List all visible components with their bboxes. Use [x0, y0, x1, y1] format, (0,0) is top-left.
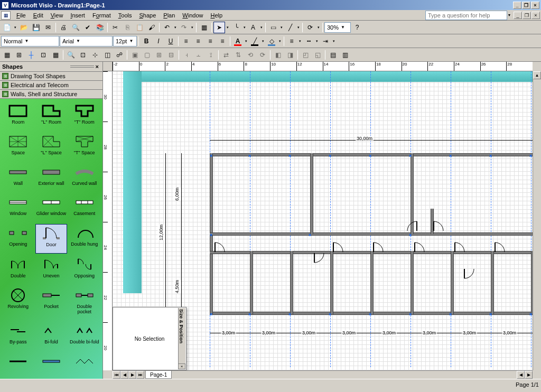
- door-shape[interactable]: [413, 240, 428, 255]
- door-shape[interactable]: [432, 219, 447, 234]
- pan-zoom-button[interactable]: ▦: [1, 49, 13, 61]
- guide-line[interactable]: [491, 71, 491, 367]
- cut-button[interactable]: ✂: [109, 22, 121, 33]
- connection-point[interactable]: ×: [369, 312, 372, 315]
- shape-more2[interactable]: [35, 352, 68, 376]
- style-dropdown[interactable]: Normal▼: [1, 36, 59, 46]
- guide-line[interactable]: [531, 71, 531, 367]
- wall-segment[interactable]: [411, 251, 414, 314]
- group-button[interactable]: ⊞: [153, 49, 165, 61]
- mdi-restore-button[interactable]: ❐: [523, 12, 531, 19]
- research-button[interactable]: 📚: [94, 22, 106, 33]
- connect-button[interactable]: ⟟: [205, 49, 217, 61]
- door-shape[interactable]: [493, 240, 509, 255]
- zoom-dropdown[interactable]: 30%▼: [324, 22, 351, 33]
- format-painter-button[interactable]: 🖌: [146, 22, 157, 33]
- text-dropdown-icon[interactable]: ▾: [259, 25, 264, 30]
- rotate-right-button[interactable]: ⟳: [257, 49, 268, 61]
- vertical-scrollbar[interactable]: ▲ ▼: [533, 71, 541, 370]
- print-preview-button[interactable]: 🔍: [70, 22, 81, 33]
- align-center-button[interactable]: ≡: [192, 35, 204, 47]
- line-ends-arrow[interactable]: ▾: [332, 39, 336, 43]
- ruler-corner[interactable]: [103, 62, 113, 71]
- menu-file[interactable]: File: [13, 11, 30, 20]
- size-position-close-button[interactable]: ×: [178, 363, 185, 369]
- doc-icon[interactable]: ▦: [1, 11, 11, 20]
- undo-button[interactable]: ↶: [161, 22, 173, 33]
- door-shape[interactable]: [213, 240, 229, 255]
- line-tool-button[interactable]: ╱: [284, 22, 296, 33]
- wall-segment[interactable]: [491, 251, 494, 314]
- connection-point[interactable]: ×: [409, 232, 412, 236]
- door-shape[interactable]: [403, 219, 419, 234]
- wall-segment[interactable]: [330, 251, 333, 314]
- guide-line[interactable]: [451, 71, 451, 367]
- menu-shape[interactable]: Shape: [135, 11, 160, 20]
- wall-segment[interactable]: [310, 153, 313, 234]
- shape-casement[interactable]: Casement: [68, 193, 100, 222]
- door-shape[interactable]: [462, 267, 478, 282]
- shape-double-bifold[interactable]: Double bi-fold: [68, 322, 100, 350]
- shape-curved-wall[interactable]: Curved wall: [68, 163, 100, 192]
- open-button[interactable]: 📂: [18, 22, 30, 33]
- shape-double-hung[interactable]: Double hung: [68, 224, 100, 254]
- bold-button[interactable]: B: [141, 35, 152, 47]
- page-next-button[interactable]: ▶: [128, 371, 136, 379]
- wall-segment[interactable]: [451, 251, 454, 314]
- layer-button[interactable]: ▦: [50, 49, 61, 61]
- shape-l-room[interactable]: "L" Room: [35, 102, 68, 130]
- email-button[interactable]: ✉: [42, 22, 54, 33]
- shape-window[interactable]: Window: [2, 193, 34, 222]
- shape-double-pocket[interactable]: Double pocket: [68, 286, 100, 320]
- line-weight-button[interactable]: ≡: [286, 35, 297, 47]
- glue-button[interactable]: ☍: [114, 49, 125, 61]
- shapes-panel-close-button[interactable]: ×: [94, 63, 100, 70]
- close-button[interactable]: ×: [531, 2, 539, 9]
- rotate-dropdown-icon[interactable]: ▾: [316, 25, 321, 30]
- shadow-button[interactable]: ◨: [284, 49, 296, 61]
- menu-tools[interactable]: Tools: [115, 11, 136, 20]
- wall-segment[interactable]: [370, 251, 374, 314]
- vertical-ruler[interactable]: 302826242220: [103, 71, 113, 370]
- rectangle-tool-button[interactable]: ▭: [267, 22, 279, 33]
- scroll-up-button[interactable]: ▲: [533, 71, 541, 79]
- menu-help[interactable]: Help: [207, 11, 226, 20]
- zoom-dropdown-arrow[interactable]: ▼: [341, 25, 345, 30]
- connection-point[interactable]: ×: [489, 312, 492, 315]
- menu-plan[interactable]: Plan: [160, 11, 179, 20]
- connection-point[interactable]: ×: [288, 312, 292, 315]
- wall-segment[interactable]: [250, 251, 253, 314]
- shape-t-space[interactable]: "T" Space: [68, 133, 100, 161]
- shape-pocket[interactable]: Pocket: [35, 286, 68, 320]
- corner-button[interactable]: ◰: [300, 49, 311, 61]
- flip-v-button[interactable]: ⇅: [232, 49, 244, 61]
- help-search-input[interactable]: [425, 11, 507, 20]
- line-color-dropdown-icon[interactable]: ▾: [261, 39, 265, 43]
- new-dropdown-icon[interactable]: ▾: [13, 25, 17, 30]
- rotate-left-button[interactable]: ⟲: [245, 49, 256, 61]
- shape-more1[interactable]: [2, 352, 34, 376]
- door-shape[interactable]: [331, 240, 347, 255]
- transparency-button[interactable]: ◱: [312, 49, 323, 61]
- door-shape[interactable]: [371, 240, 387, 255]
- guide-line[interactable]: [330, 71, 331, 367]
- font-color-dropdown-icon[interactable]: ▾: [244, 39, 248, 43]
- redo-button[interactable]: ↷: [178, 22, 190, 33]
- print-button[interactable]: 🖨: [58, 22, 69, 33]
- connector-tool-button[interactable]: ╰: [230, 22, 242, 33]
- page-last-button[interactable]: ⏭: [136, 371, 144, 379]
- stencil-electrical[interactable]: ⊞Electrical and Telecom: [0, 81, 102, 90]
- connection-point[interactable]: ×: [309, 232, 312, 236]
- connection-point[interactable]: ×: [449, 312, 452, 315]
- shape-l-space[interactable]: "L" Space: [35, 133, 68, 161]
- guide-line[interactable]: [290, 71, 291, 367]
- undo-dropdown-icon[interactable]: ▾: [173, 25, 178, 30]
- font-arrow-icon[interactable]: ▼: [76, 39, 80, 43]
- shape-t-room[interactable]: "T" Room: [68, 102, 100, 130]
- guides-toggle-button[interactable]: ┼: [25, 49, 37, 61]
- pointer-dropdown-icon[interactable]: ▾: [226, 25, 230, 30]
- connection-point[interactable]: ×: [210, 232, 213, 236]
- shape-glider-window[interactable]: Glider window: [35, 193, 68, 222]
- stencil-walls[interactable]: ⊞Walls, Shell and Structure: [0, 90, 102, 99]
- door-shape[interactable]: [312, 251, 328, 266]
